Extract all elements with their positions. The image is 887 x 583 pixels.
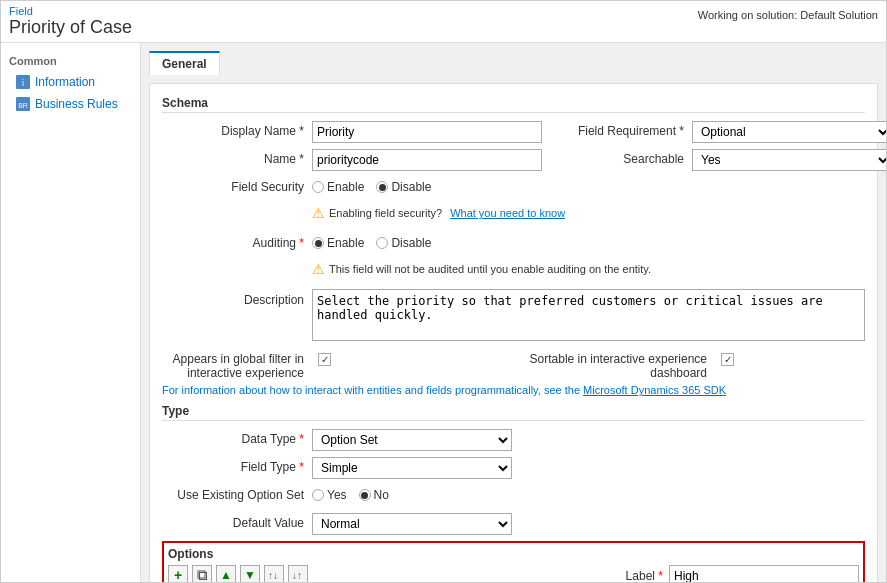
appears-checkbox[interactable] xyxy=(318,353,331,366)
field-security-control: Enable Disable xyxy=(312,177,865,194)
audit-warning: ⚠ This field will not be audited until y… xyxy=(312,261,865,277)
sortable-label: Sortable in interactive experience dashb… xyxy=(515,350,715,380)
sort-asc-btn[interactable]: ↑↓ xyxy=(264,565,284,582)
display-name-label: Display Name * xyxy=(162,121,312,138)
auditing-disable-option[interactable]: Disable xyxy=(376,236,431,250)
name-col: Name * xyxy=(162,149,542,171)
enabling-warning-text: Enabling field security? xyxy=(329,207,442,219)
svg-text:↓↑: ↓↑ xyxy=(292,570,302,581)
copy-option-btn[interactable] xyxy=(192,565,212,582)
audit-warning-row: ⚠ This field will not be audited until y… xyxy=(162,261,865,283)
move-down-btn[interactable]: ▼ xyxy=(240,565,260,582)
svg-text:i: i xyxy=(22,78,24,88)
field-requirement-col: Field Requirement * Optional Business Re… xyxy=(542,121,886,143)
field-security-enable-radio[interactable] xyxy=(312,181,324,193)
audit-warning-text: This field will not be audited until you… xyxy=(329,263,651,275)
sidebar-section-common: Common xyxy=(1,51,140,71)
name-row: Name * Searchable Yes No xyxy=(162,149,865,171)
options-toolbar: + ▲ ▼ ↑↓ ↓↑ xyxy=(168,565,571,582)
display-name-input[interactable] xyxy=(312,121,542,143)
data-type-row: Data Type * Option Set Two Options Whole… xyxy=(162,429,865,451)
auditing-control: Enable Disable xyxy=(312,233,865,250)
field-type-control: Simple Calculated Rollup xyxy=(312,457,865,479)
field-security-label: Field Security xyxy=(162,177,312,194)
use-existing-row: Use Existing Option Set Yes No xyxy=(162,485,865,507)
business-rules-icon: BR xyxy=(15,96,31,112)
use-existing-no-radio[interactable] xyxy=(359,489,371,501)
tab-general[interactable]: General xyxy=(149,51,220,75)
auditing-disable-radio[interactable] xyxy=(376,237,388,249)
sdk-row: For information about how to interact wi… xyxy=(162,384,865,396)
searchable-col: Searchable Yes No xyxy=(542,149,886,171)
warning-icon: ⚠ xyxy=(312,205,325,221)
add-option-btn[interactable]: + xyxy=(168,565,188,582)
options-list-panel: + ▲ ▼ ↑↓ ↓↑ xyxy=(168,565,571,582)
searchable-select[interactable]: Yes No xyxy=(692,149,886,171)
audit-warning-icon: ⚠ xyxy=(312,261,325,277)
field-type-row: Field Type * Simple Calculated Rollup xyxy=(162,457,865,479)
move-up-btn[interactable]: ▲ xyxy=(216,565,236,582)
svg-text:BR: BR xyxy=(18,102,28,109)
description-row: Description xyxy=(162,289,865,344)
field-security-row: Field Security Enable Disable xyxy=(162,177,865,199)
display-name-row: Display Name * Field Requirement * Optio xyxy=(162,121,865,143)
searchable-label: Searchable xyxy=(542,149,692,166)
auditing-enable-option[interactable]: Enable xyxy=(312,236,364,250)
option-label-label: Label * xyxy=(579,569,669,582)
field-security-radio-group: Enable Disable xyxy=(312,177,865,194)
field-type-select[interactable]: Simple Calculated Rollup xyxy=(312,457,512,479)
field-requirement-select[interactable]: Optional Business Recommended Business R… xyxy=(692,121,886,143)
use-existing-no-option[interactable]: No xyxy=(359,488,389,502)
use-existing-yes-option[interactable]: Yes xyxy=(312,488,347,502)
title-area: Field Priority of Case xyxy=(9,5,132,38)
auditing-enable-radio[interactable] xyxy=(312,237,324,249)
sidebar-item-business-rules-label: Business Rules xyxy=(35,97,118,111)
field-security-disable-option[interactable]: Disable xyxy=(376,180,431,194)
sidebar: Common i Information BR Business Rules xyxy=(1,43,141,582)
field-security-enable-option[interactable]: Enable xyxy=(312,180,364,194)
display-name-control xyxy=(312,121,542,143)
tab-bar: General xyxy=(149,51,878,75)
information-icon: i xyxy=(15,74,31,90)
form-panel: Schema Display Name * Field Requ xyxy=(149,83,878,582)
default-value-select[interactable]: Normal High Low Critical xyxy=(312,513,512,535)
auditing-radio-group: Enable Disable xyxy=(312,233,865,250)
sortable-col: Sortable in interactive experience dashb… xyxy=(515,350,865,380)
sortable-checkbox[interactable] xyxy=(721,353,734,366)
what-you-need-link[interactable]: What you need to know xyxy=(450,207,565,219)
use-existing-yes-radio[interactable] xyxy=(312,489,324,501)
option-label-input[interactable] xyxy=(669,565,859,582)
global-filter-row: Appears in global filter in interactive … xyxy=(162,350,865,380)
sort-desc-btn[interactable]: ↓↑ xyxy=(288,565,308,582)
type-section-header: Type xyxy=(162,404,865,421)
sidebar-item-business-rules[interactable]: BR Business Rules xyxy=(1,93,140,115)
sdk-link[interactable]: Microsoft Dynamics 365 SDK xyxy=(583,384,726,396)
working-on-label: Working on solution: Default Solution xyxy=(698,9,878,21)
options-layout: + ▲ ▼ ↑↓ ↓↑ xyxy=(168,565,859,582)
auditing-row: Auditing * Enable Disable xyxy=(162,233,865,255)
global-filter-left: Appears in global filter in interactive … xyxy=(162,350,515,380)
field-requirement-label: Field Requirement * xyxy=(542,121,692,138)
name-input[interactable] xyxy=(312,149,542,171)
top-bar: Field Priority of Case Working on soluti… xyxy=(1,1,886,43)
field-security-disable-radio[interactable] xyxy=(376,181,388,193)
display-name-col: Display Name * xyxy=(162,121,542,143)
field-requirement-control: Optional Business Recommended Business R… xyxy=(692,121,886,143)
field-security-warning: ⚠ Enabling field security? What you need… xyxy=(312,205,865,221)
use-existing-label: Use Existing Option Set xyxy=(162,485,312,502)
default-value-row: Default Value Normal High Low Critical xyxy=(162,513,865,535)
sidebar-item-information[interactable]: i Information xyxy=(1,71,140,93)
data-type-select[interactable]: Option Set Two Options Whole Number xyxy=(312,429,512,451)
option-label-row: Label * xyxy=(579,565,859,582)
default-value-label: Default Value xyxy=(162,513,312,530)
option-label-control xyxy=(669,565,859,582)
content-area: General Schema Display Name * xyxy=(141,43,886,582)
options-header: Options xyxy=(168,547,859,561)
description-textarea[interactable] xyxy=(312,289,865,341)
breadcrumb-text: Field xyxy=(9,5,33,17)
field-type-label: Field Type * xyxy=(162,457,312,474)
auditing-label: Auditing * xyxy=(162,233,312,250)
appears-label: Appears in global filter in interactive … xyxy=(162,350,312,380)
description-control xyxy=(312,289,865,344)
svg-text:↑↓: ↑↓ xyxy=(268,570,278,581)
